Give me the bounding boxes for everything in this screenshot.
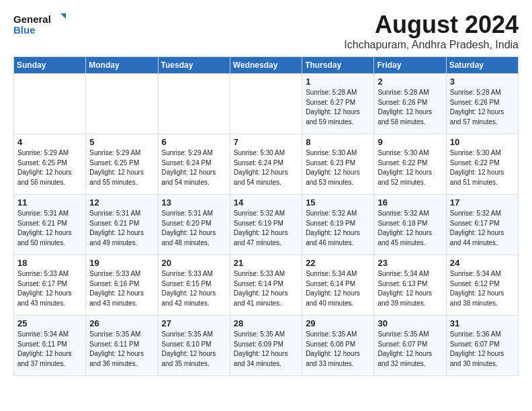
day-info: Sunrise: 5:28 AMSunset: 6:26 PMDaylight:… [378, 88, 442, 127]
header: General Blue August 2024 Ichchapuram, An… [13, 11, 519, 51]
day-number: 22 [306, 258, 370, 268]
calendar-cell: 24Sunrise: 5:34 AMSunset: 6:12 PMDayligh… [446, 255, 518, 316]
day-info: Sunrise: 5:33 AMSunset: 6:17 PMDaylight:… [17, 269, 82, 308]
day-info: Sunrise: 5:29 AMSunset: 6:24 PMDaylight:… [162, 148, 226, 187]
calendar-cell: 18Sunrise: 5:33 AMSunset: 6:17 PMDayligh… [14, 255, 86, 316]
dow-header-friday: Friday [374, 57, 446, 74]
calendar-cell [230, 74, 302, 134]
calendar-cell: 6Sunrise: 5:29 AMSunset: 6:24 PMDaylight… [158, 134, 230, 195]
day-info: Sunrise: 5:28 AMSunset: 6:27 PMDaylight:… [306, 88, 370, 127]
day-info: Sunrise: 5:30 AMSunset: 6:23 PMDaylight:… [306, 148, 370, 187]
day-number: 24 [450, 258, 515, 268]
calendar-cell: 31Sunrise: 5:36 AMSunset: 6:07 PMDayligh… [446, 316, 518, 376]
calendar-cell: 10Sunrise: 5:30 AMSunset: 6:22 PMDayligh… [446, 134, 518, 195]
day-number: 11 [17, 197, 82, 208]
calendar-cell: 17Sunrise: 5:32 AMSunset: 6:17 PMDayligh… [446, 195, 518, 255]
day-number: 29 [306, 318, 370, 328]
calendar-cell: 8Sunrise: 5:30 AMSunset: 6:23 PMDaylight… [302, 134, 374, 195]
calendar-cell: 25Sunrise: 5:34 AMSunset: 6:11 PMDayligh… [14, 316, 86, 376]
day-info: Sunrise: 5:33 AMSunset: 6:14 PMDaylight:… [234, 269, 298, 308]
day-number: 19 [89, 258, 154, 268]
calendar-cell: 3Sunrise: 5:28 AMSunset: 6:26 PMDaylight… [446, 74, 518, 134]
day-number: 6 [162, 137, 226, 147]
day-number: 27 [162, 318, 226, 328]
day-info: Sunrise: 5:31 AMSunset: 6:20 PMDaylight:… [162, 209, 226, 248]
day-info: Sunrise: 5:34 AMSunset: 6:13 PMDaylight:… [378, 269, 442, 308]
title-area: August 2024 Ichchapuram, Andhra Pradesh,… [344, 11, 519, 51]
dow-header-saturday: Saturday [446, 57, 518, 74]
day-number: 5 [89, 137, 154, 147]
calendar-cell: 20Sunrise: 5:33 AMSunset: 6:15 PMDayligh… [158, 255, 230, 316]
day-number: 18 [17, 258, 82, 268]
dow-header-wednesday: Wednesday [230, 57, 302, 74]
day-number: 14 [234, 197, 298, 208]
day-info: Sunrise: 5:29 AMSunset: 6:25 PMDaylight:… [17, 148, 82, 187]
calendar-cell: 22Sunrise: 5:34 AMSunset: 6:14 PMDayligh… [302, 255, 374, 316]
logo-svg: General Blue [13, 11, 67, 41]
dow-header-thursday: Thursday [302, 57, 374, 74]
day-info: Sunrise: 5:30 AMSunset: 6:22 PMDaylight:… [450, 148, 515, 187]
day-info: Sunrise: 5:35 AMSunset: 6:07 PMDaylight:… [378, 330, 442, 369]
dow-header-sunday: Sunday [14, 57, 86, 74]
day-info: Sunrise: 5:34 AMSunset: 6:14 PMDaylight:… [306, 269, 370, 308]
day-info: Sunrise: 5:32 AMSunset: 6:19 PMDaylight:… [234, 209, 298, 248]
calendar-cell [158, 74, 230, 134]
calendar-cell: 21Sunrise: 5:33 AMSunset: 6:14 PMDayligh… [230, 255, 302, 316]
day-number: 17 [450, 197, 515, 208]
calendar-cell: 2Sunrise: 5:28 AMSunset: 6:26 PMDaylight… [374, 74, 446, 134]
day-info: Sunrise: 5:30 AMSunset: 6:24 PMDaylight:… [234, 148, 298, 187]
calendar-cell: 28Sunrise: 5:35 AMSunset: 6:09 PMDayligh… [230, 316, 302, 376]
day-info: Sunrise: 5:35 AMSunset: 6:11 PMDaylight:… [89, 330, 154, 369]
day-info: Sunrise: 5:28 AMSunset: 6:26 PMDaylight:… [450, 88, 515, 127]
calendar-cell: 19Sunrise: 5:33 AMSunset: 6:16 PMDayligh… [86, 255, 158, 316]
calendar-cell: 1Sunrise: 5:28 AMSunset: 6:27 PMDaylight… [302, 74, 374, 134]
day-info: Sunrise: 5:33 AMSunset: 6:15 PMDaylight:… [162, 269, 226, 308]
day-info: Sunrise: 5:30 AMSunset: 6:22 PMDaylight:… [378, 148, 442, 187]
day-number: 9 [378, 137, 442, 147]
calendar-cell: 29Sunrise: 5:35 AMSunset: 6:08 PMDayligh… [302, 316, 374, 376]
day-number: 23 [378, 258, 442, 268]
day-info: Sunrise: 5:32 AMSunset: 6:17 PMDaylight:… [450, 209, 515, 248]
day-number: 13 [162, 197, 226, 208]
day-info: Sunrise: 5:34 AMSunset: 6:12 PMDaylight:… [450, 269, 515, 308]
calendar-cell: 30Sunrise: 5:35 AMSunset: 6:07 PMDayligh… [374, 316, 446, 376]
day-number: 26 [89, 318, 154, 328]
calendar-cell: 13Sunrise: 5:31 AMSunset: 6:20 PMDayligh… [158, 195, 230, 255]
day-info: Sunrise: 5:32 AMSunset: 6:19 PMDaylight:… [306, 209, 370, 248]
day-info: Sunrise: 5:31 AMSunset: 6:21 PMDaylight:… [89, 209, 154, 248]
dow-header-tuesday: Tuesday [158, 57, 230, 74]
day-info: Sunrise: 5:35 AMSunset: 6:09 PMDaylight:… [234, 330, 298, 369]
day-info: Sunrise: 5:36 AMSunset: 6:07 PMDaylight:… [450, 330, 515, 369]
calendar-cell: 12Sunrise: 5:31 AMSunset: 6:21 PMDayligh… [86, 195, 158, 255]
calendar-table: SundayMondayTuesdayWednesdayThursdayFrid… [13, 56, 519, 376]
svg-text:Blue: Blue [13, 24, 36, 36]
calendar-cell: 7Sunrise: 5:30 AMSunset: 6:24 PMDaylight… [230, 134, 302, 195]
day-info: Sunrise: 5:35 AMSunset: 6:08 PMDaylight:… [306, 330, 370, 369]
day-number: 16 [378, 197, 442, 208]
day-number: 31 [450, 318, 515, 328]
day-number: 25 [17, 318, 82, 328]
day-number: 7 [234, 137, 298, 147]
calendar-cell: 9Sunrise: 5:30 AMSunset: 6:22 PMDaylight… [374, 134, 446, 195]
calendar-cell [86, 74, 158, 134]
day-number: 12 [89, 197, 154, 208]
calendar-cell: 26Sunrise: 5:35 AMSunset: 6:11 PMDayligh… [86, 316, 158, 376]
calendar-cell: 15Sunrise: 5:32 AMSunset: 6:19 PMDayligh… [302, 195, 374, 255]
day-info: Sunrise: 5:32 AMSunset: 6:18 PMDaylight:… [378, 209, 442, 248]
day-info: Sunrise: 5:29 AMSunset: 6:25 PMDaylight:… [89, 148, 154, 187]
calendar-cell: 27Sunrise: 5:35 AMSunset: 6:10 PMDayligh… [158, 316, 230, 376]
day-number: 15 [306, 197, 370, 208]
day-number: 10 [450, 137, 515, 147]
calendar-cell: 14Sunrise: 5:32 AMSunset: 6:19 PMDayligh… [230, 195, 302, 255]
month-title: August 2024 [344, 11, 519, 39]
day-number: 28 [234, 318, 298, 328]
location-subtitle: Ichchapuram, Andhra Pradesh, India [344, 39, 519, 51]
day-number: 30 [378, 318, 442, 328]
day-number: 2 [378, 77, 442, 87]
day-info: Sunrise: 5:31 AMSunset: 6:21 PMDaylight:… [17, 209, 82, 248]
day-info: Sunrise: 5:33 AMSunset: 6:16 PMDaylight:… [89, 269, 154, 308]
calendar-cell: 11Sunrise: 5:31 AMSunset: 6:21 PMDayligh… [14, 195, 86, 255]
day-info: Sunrise: 5:35 AMSunset: 6:10 PMDaylight:… [162, 330, 226, 369]
dow-header-monday: Monday [86, 57, 158, 74]
calendar-cell: 16Sunrise: 5:32 AMSunset: 6:18 PMDayligh… [374, 195, 446, 255]
